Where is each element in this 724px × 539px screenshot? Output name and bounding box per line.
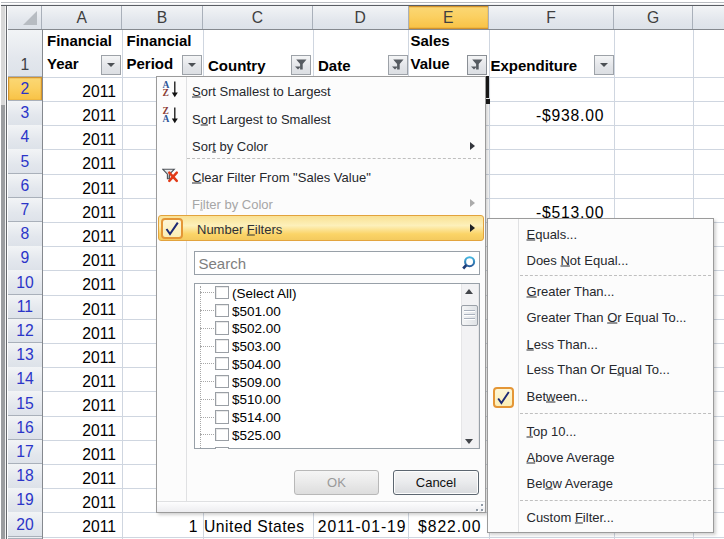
- svg-text:Z: Z: [162, 88, 168, 98]
- svg-text:A: A: [162, 114, 169, 124]
